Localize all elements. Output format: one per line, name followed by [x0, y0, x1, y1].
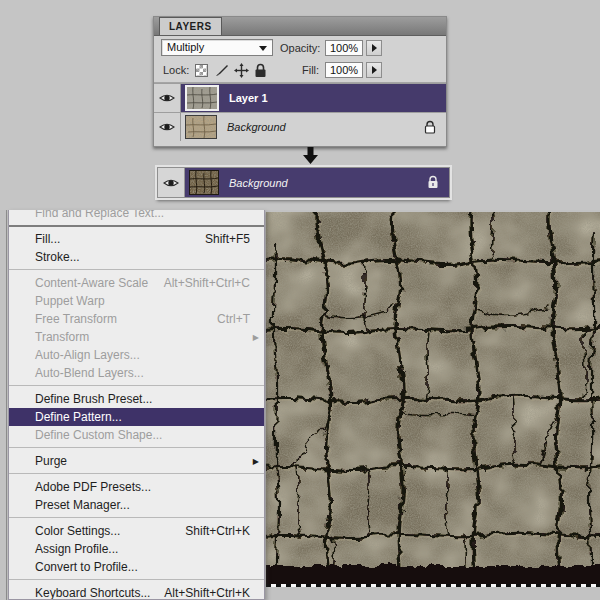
- menu-separator: [9, 382, 264, 390]
- menu-item-color-settings[interactable]: Color Settings...Shift+Ctrl+K: [9, 522, 264, 540]
- lock-fill-row: Lock: Fill: 100%: [154, 60, 446, 83]
- menu-item-label: Auto-Blend Layers...: [35, 366, 144, 380]
- submenu-arrow-icon: ▶: [253, 329, 259, 347]
- menu-item-auto-align-layers: Auto-Align Layers...: [9, 346, 264, 364]
- menu-item-label: Define Pattern...: [35, 410, 122, 424]
- slider-arrow-icon: [372, 44, 377, 52]
- menu-item-free-transform: Free TransformCtrl+T: [9, 310, 264, 328]
- lock-transparency-icon[interactable]: [195, 64, 208, 77]
- layer-name: Background: [229, 177, 288, 189]
- menu-item-label: Content-Aware Scale: [35, 276, 148, 290]
- menu-item-label: Puppet Warp: [35, 294, 105, 308]
- menu-item-stroke[interactable]: Stroke...: [9, 248, 264, 266]
- layer-row-body[interactable]: Background: [181, 113, 446, 141]
- fill-label: Fill:: [302, 64, 319, 76]
- merged-background-thumbnail[interactable]: [189, 170, 219, 195]
- chevron-down-icon: [259, 46, 267, 51]
- eye-icon: [159, 92, 175, 104]
- background-thumbnail[interactable]: [185, 115, 217, 139]
- menu-item-label: Assign Profile...: [35, 542, 118, 556]
- menu-item-label: Auto-Align Layers...: [35, 348, 140, 362]
- layer-row-body[interactable]: Background: [185, 168, 449, 197]
- menu-item-label: Purge: [35, 454, 67, 468]
- menu-item-label: Find and Replace Text...: [35, 210, 164, 220]
- menu-item-purge[interactable]: Purge▶: [9, 452, 264, 470]
- submenu-arrow-icon: ▶: [253, 453, 259, 471]
- eye-icon: [159, 121, 175, 133]
- visibility-cell[interactable]: [154, 113, 181, 141]
- menu-item-label: Fill...: [35, 232, 60, 246]
- menu-item-label: Stroke...: [35, 250, 80, 264]
- menu-item-label: Transform: [35, 330, 89, 344]
- layer-lock-icon: [427, 175, 439, 189]
- menu-item-adobe-pdf-presets[interactable]: Adobe PDF Presets...: [9, 478, 264, 496]
- visibility-cell[interactable]: [158, 168, 185, 197]
- menu-item-shortcut: Ctrl+T: [217, 310, 250, 328]
- lock-label: Lock:: [163, 64, 189, 76]
- menu-item-shortcut: Alt+Shift+Ctrl+C: [164, 274, 250, 292]
- menu-item-preset-manager[interactable]: Preset Manager...: [9, 496, 264, 514]
- layer-name: Background: [227, 121, 286, 133]
- menu-item-label: Preset Manager...: [35, 498, 130, 512]
- menu-item-convert-to-profile[interactable]: Convert to Profile...: [9, 558, 264, 576]
- edit-menu-items: Find and Replace Text...Fill...Shift+F5S…: [9, 210, 264, 600]
- menu-separator: [9, 514, 264, 522]
- menu-item-label: Convert to Profile...: [35, 560, 138, 574]
- menu-item-shortcut: Shift+F5: [205, 230, 250, 248]
- tab-layers[interactable]: LAYERS: [159, 17, 222, 35]
- menu-item-puppet-warp: Puppet Warp: [9, 292, 264, 310]
- menu-separator: [9, 266, 264, 274]
- layer-name: Layer 1: [229, 92, 268, 104]
- window-edge-line: [6, 210, 7, 600]
- blend-opacity-row: Multiply Opacity: 100%: [154, 36, 446, 60]
- opacity-slider-button[interactable]: [366, 40, 382, 56]
- layers-panel: LAYERS Multiply Opacity: 100% Lock:: [153, 16, 447, 147]
- lock-paint-brush-icon[interactable]: [214, 63, 229, 78]
- menu-item-content-aware-scale: Content-Aware ScaleAlt+Shift+Ctrl+C: [9, 274, 264, 292]
- menu-item-define-pattern[interactable]: Define Pattern...: [9, 408, 264, 426]
- layers-panel-tabbar: LAYERS: [154, 17, 446, 36]
- menu-item-label: Keyboard Shortcuts...: [35, 586, 150, 600]
- menu-item-label: Define Custom Shape...: [35, 428, 162, 442]
- menu-item-shortcut: Shift+Ctrl+K: [185, 522, 250, 540]
- eye-icon: [163, 177, 179, 189]
- layer-row-layer1[interactable]: Layer 1: [154, 83, 446, 112]
- layer-lock-icon: [424, 120, 436, 134]
- menu-item-shortcut: Alt+Shift+Ctrl+K: [164, 584, 250, 600]
- blend-mode-dropdown[interactable]: Multiply: [161, 39, 273, 56]
- menu-item-keyboard-shortcuts[interactable]: Keyboard Shortcuts...Alt+Shift+Ctrl+K: [9, 584, 264, 600]
- menu-item-transform: Transform▶: [9, 328, 264, 346]
- menu-item-assign-profile[interactable]: Assign Profile...: [9, 540, 264, 558]
- visibility-cell[interactable]: [154, 84, 181, 112]
- menu-item-label: Adobe PDF Presets...: [35, 480, 151, 494]
- menu-separator: [9, 470, 264, 478]
- result-layer-strip[interactable]: Background: [157, 167, 450, 198]
- menu-item-define-custom-shape: Define Custom Shape...: [9, 426, 264, 444]
- menu-item-define-brush-preset[interactable]: Define Brush Preset...: [9, 390, 264, 408]
- slider-arrow-icon: [372, 66, 377, 74]
- opacity-value-box[interactable]: 100%: [325, 40, 363, 56]
- cracked-mud-texture-image: [266, 212, 600, 585]
- menu-item-label: Free Transform: [35, 312, 117, 326]
- lock-all-icon[interactable]: [254, 63, 267, 78]
- screenshot-stage: LAYERS Multiply Opacity: 100% Lock:: [0, 0, 600, 600]
- menu-item-fill[interactable]: Fill...Shift+F5: [9, 230, 264, 248]
- document-canvas: [266, 212, 600, 585]
- menu-separator: [9, 444, 264, 452]
- menu-item-find-and-replace-text: Find and Replace Text...: [9, 210, 264, 222]
- bottom-section: Find and Replace Text...Fill...Shift+F5S…: [0, 210, 600, 600]
- layer1-thumbnail[interactable]: [185, 85, 219, 111]
- menu-separator: [9, 222, 264, 230]
- selection-marching-ants: [266, 584, 600, 587]
- layer-row-background[interactable]: Background: [154, 112, 446, 141]
- layer-row-body[interactable]: Layer 1: [181, 84, 446, 112]
- fill-slider-button[interactable]: [366, 62, 382, 78]
- opacity-label: Opacity:: [280, 42, 320, 54]
- menu-item-label: Color Settings...: [35, 524, 120, 538]
- lock-position-move-icon[interactable]: [234, 63, 249, 78]
- menu-separator: [9, 576, 264, 584]
- blend-mode-value: Multiply: [167, 41, 204, 53]
- workflow-down-arrow-icon: [302, 147, 319, 164]
- edit-menu: Find and Replace Text...Fill...Shift+F5S…: [8, 210, 265, 600]
- fill-value-box[interactable]: 100%: [325, 62, 363, 78]
